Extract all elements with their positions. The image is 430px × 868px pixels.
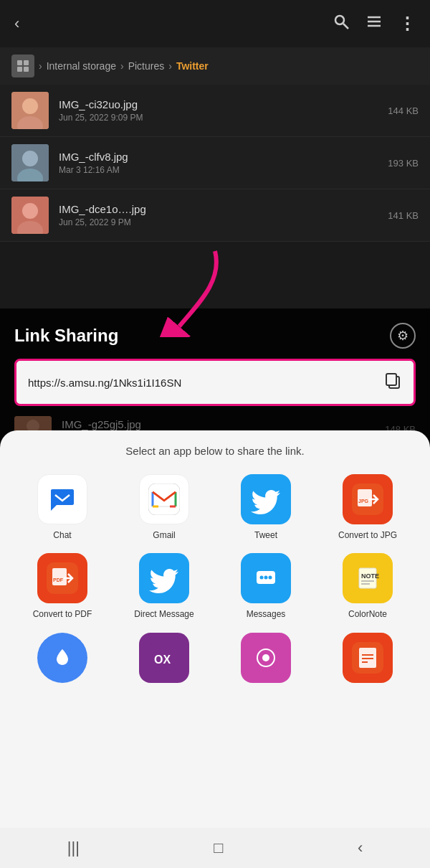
app-item-10[interactable]: OX (116, 633, 212, 689)
bottom-nav: ||| □ ‹ (0, 828, 430, 868)
breadcrumb-current[interactable]: Twitter (176, 60, 209, 72)
file-date: Jun 25, 2022 9:09 PM (59, 113, 378, 123)
top-bar-actions: ⋮ (333, 13, 416, 34)
svg-point-38 (260, 576, 264, 580)
svg-rect-10 (17, 67, 22, 72)
file-name: IMG_-ci32uo.jpg (59, 98, 378, 110)
app-label-colornote: ColorNote (348, 609, 387, 619)
url-box[interactable]: https://s.amsu.ng/1Nks1i1I16SN (14, 359, 416, 406)
file-thumbnail (11, 92, 49, 129)
file-list: IMG_-ci32uo.jpg Jun 25, 2022 9:09 PM 144… (0, 85, 430, 242)
svg-point-16 (22, 151, 38, 166)
file-thumbnail (11, 197, 49, 234)
svg-point-19 (22, 203, 38, 219)
file-info: IMG_-ci32uo.jpg Jun 25, 2022 9:09 PM (59, 98, 378, 123)
svg-text:OX: OX (154, 654, 171, 666)
app-item-colornote[interactable]: NOTE ColorNote (320, 553, 416, 619)
file-name: IMG_-clfv8.jpg (59, 151, 378, 163)
app-label-tweet: Tweet (254, 530, 277, 540)
share-instruction: Select an app below to share the link. (14, 445, 416, 457)
svg-line-1 (343, 24, 348, 29)
svg-text:NOTE: NOTE (361, 572, 379, 580)
app-item-12[interactable] (320, 633, 416, 689)
link-sharing-panel: Link Sharing ⚙ https://s.amsu.ng/1Nks1i1… (0, 308, 430, 449)
svg-point-40 (269, 576, 272, 580)
app12-icon (343, 633, 393, 683)
app-grid: Chat Gmail (14, 474, 416, 689)
svg-point-39 (264, 576, 268, 580)
app10-icon: OX (139, 633, 189, 683)
app-item-messages[interactable]: Messages (218, 553, 314, 619)
svg-rect-30 (358, 489, 372, 506)
app-label-direct-message: Direct Message (134, 609, 194, 619)
svg-rect-22 (386, 374, 396, 385)
copy-icon[interactable] (383, 371, 402, 394)
svg-point-0 (335, 16, 344, 24)
file-info: IMG_-clfv8.jpg Mar 3 12:16 AM (59, 151, 378, 175)
file-date: Jun 25, 2022 9 PM (59, 217, 378, 227)
convert-jpg-icon: JPG (343, 474, 393, 524)
file-item[interactable]: IMG_-ci32uo.jpg Jun 25, 2022 9:09 PM 144… (0, 85, 430, 137)
svg-rect-8 (17, 60, 22, 65)
svg-rect-11 (24, 67, 29, 72)
colornote-icon: NOTE (343, 553, 393, 603)
file-size: 144 KB (388, 105, 419, 116)
menu-nav-button[interactable]: ||| (60, 831, 87, 864)
svg-rect-33 (52, 568, 67, 585)
svg-text:JPG: JPG (358, 499, 369, 504)
file-size: 141 KB (388, 210, 419, 221)
link-sharing-title: Link Sharing (14, 326, 118, 346)
more-options-icon[interactable]: ⋮ (398, 14, 416, 34)
breadcrumb-sep2: › (120, 60, 124, 72)
app-label-convert-pdf: Convert to PDF (33, 609, 92, 619)
list-view-icon[interactable] (366, 13, 383, 34)
app-item-chat[interactable]: Chat (14, 474, 110, 540)
file-item[interactable]: IMG_-clfv8.jpg Mar 3 12:16 AM 193 KB (0, 137, 430, 189)
app-item-tweet[interactable]: Tweet (218, 474, 314, 540)
app-item-gmail[interactable]: Gmail (116, 474, 212, 540)
app-label-convert-jpg: Convert to JPG (338, 530, 397, 540)
twitter-icon (241, 474, 291, 524)
direct-message-icon (139, 553, 189, 603)
svg-point-51 (262, 654, 269, 661)
convert-pdf-icon: PDF (37, 553, 87, 603)
svg-rect-9 (24, 60, 29, 65)
file-date: Mar 3 12:16 AM (59, 165, 378, 175)
share-url: https://s.amsu.ng/1Nks1i1I16SN (28, 377, 376, 389)
app11-icon (241, 633, 291, 683)
app-label-messages: Messages (247, 609, 286, 619)
svg-point-13 (22, 98, 38, 114)
app-item-9[interactable] (14, 633, 110, 689)
partial-file-name: IMG_-g25gj5.jpg (62, 418, 375, 430)
settings-icon[interactable]: ⚙ (390, 323, 416, 349)
link-sharing-header: Link Sharing ⚙ (14, 323, 416, 349)
breadcrumb-avatar (11, 55, 34, 77)
messages-icon (241, 553, 291, 603)
share-sheet: Select an app below to share the link. C… (0, 430, 430, 868)
app-item-convert-jpg[interactable]: JPG Convert to JPG (320, 474, 416, 540)
app9-icon (37, 633, 87, 683)
app-label-chat: Chat (53, 530, 71, 540)
breadcrumb-pictures[interactable]: Pictures (128, 60, 165, 72)
back-button[interactable]: ‹ (14, 14, 19, 33)
breadcrumb-sep3: › (168, 60, 172, 72)
top-bar: ‹ ⋮ (0, 0, 430, 47)
breadcrumb-sep1: › (39, 60, 42, 72)
file-item[interactable]: IMG_-dce1o….jpg Jun 25, 2022 9 PM 141 KB (0, 189, 430, 242)
file-size: 193 KB (388, 158, 419, 169)
gmail-icon (139, 474, 189, 524)
file-thumbnail (11, 144, 49, 181)
file-name: IMG_-dce1o….jpg (59, 203, 378, 215)
app-item-direct-message[interactable]: Direct Message (116, 553, 212, 619)
back-nav-button[interactable]: ‹ (350, 831, 370, 864)
file-info: IMG_-dce1o….jpg Jun 25, 2022 9 PM (59, 203, 378, 227)
search-icon[interactable] (333, 13, 350, 34)
breadcrumb: › Internal storage › Pictures › Twitter (0, 47, 430, 85)
chat-icon (37, 474, 87, 524)
breadcrumb-storage[interactable]: Internal storage (47, 60, 116, 72)
svg-text:PDF: PDF (53, 577, 64, 582)
home-nav-button[interactable]: □ (206, 831, 230, 864)
app-item-11[interactable] (218, 633, 314, 689)
app-item-convert-pdf[interactable]: PDF Convert to PDF (14, 553, 110, 619)
app-label-gmail: Gmail (153, 530, 175, 540)
